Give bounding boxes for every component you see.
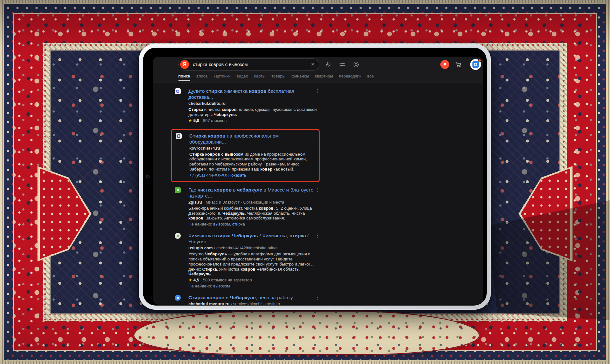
front-camera [146, 175, 150, 179]
tab-maps[interactable]: карты [254, 74, 265, 81]
favicon-kovrochist-icon [176, 133, 182, 139]
result-title-link[interactable]: Стирка ковров на профессиональном оборуд… [189, 133, 315, 145]
search-query-text[interactable]: стирка ковров с вывозом [193, 62, 311, 67]
clear-search-icon[interactable]: ✕ [311, 62, 315, 67]
favicon-2gis-icon [175, 187, 181, 193]
app-header: Я стирка ковров с вывозом ✕ [153, 57, 483, 83]
result-menu-icon[interactable]: ⋮ [315, 187, 320, 192]
search-results: ⋮ Дулито стирка химчистка ковров бесплат… [175, 83, 320, 305]
cart-icon[interactable] [455, 61, 462, 68]
search-result-dulito: ⋮ Дулито стирка химчистка ковров бесплат… [175, 88, 320, 123]
result-menu-icon[interactable]: ⋮ [310, 133, 315, 138]
favicon-dulito-icon [175, 88, 181, 94]
not-found-line: Не найдено: вывозом, стирка [188, 222, 320, 227]
profile-avatar[interactable]: D [470, 59, 481, 70]
result-snippet: Услугио Чебаркуль — удобная платформа дл… [188, 252, 320, 277]
profile-logo: D [472, 61, 479, 68]
favicon-uslugio-icon [175, 233, 181, 239]
tab-images[interactable]: картинки [214, 74, 231, 81]
result-breadcrumb[interactable]: 2gis.ru › Миасс и Златоуст › Организации… [188, 200, 320, 205]
avatar-notification-dot [478, 59, 481, 62]
search-input[interactable]: Я стирка ковров с вывозом ✕ [178, 58, 319, 71]
result-url[interactable]: kovrochist74.ru [189, 146, 315, 151]
tab-all[interactable]: все [367, 74, 374, 81]
yandex-logo-icon[interactable]: Я [180, 60, 189, 69]
search-result-2gis: ⋮ Где чистка ковров в чебаркуле в Миассе… [175, 187, 320, 227]
carpet-medallion-left [37, 166, 92, 261]
result-snippet: Банно-прачечный комбинат. Чистка ковров.… [188, 206, 320, 221]
tablet-device: Я стирка ковров с вывозом ✕ [139, 44, 491, 310]
notifications-bell-icon[interactable] [440, 60, 449, 69]
search-tabs: поиск алиса картинки видео карты товары … [178, 74, 374, 81]
carpet-medallion-right [518, 166, 573, 261]
result-title-link[interactable]: Дулито стирка химчистка ковров бесплатна… [188, 88, 320, 100]
tab-goods[interactable]: товары [272, 74, 286, 81]
tab-video[interactable]: видео [237, 74, 248, 81]
tablet-bezel: Я стирка ковров с вывозом ✕ [143, 48, 487, 306]
result-breadcrumb[interactable]: uslugio.com › chebarkul/41/42/himchistka… [188, 246, 320, 251]
tab-translate[interactable]: переводчик [339, 74, 361, 81]
result-title-link[interactable]: Химчистка стирка Чебаркуль / Химчистка, … [188, 233, 320, 245]
scene: Я стирка ковров с вывозом ✕ [0, 0, 610, 364]
result-url[interactable]: chebarkul.dulito.ru [188, 101, 320, 106]
result-menu-icon[interactable]: ⋮ [315, 89, 320, 94]
yandex-search-app: Я стирка ковров с вывозом ✕ [153, 57, 483, 305]
result-snippet: Стирка и чистка ковров, пледов, одежды, … [188, 107, 320, 117]
result-title-link[interactable]: Где чистка ковров в чебаркуле в Миассе и… [188, 187, 320, 199]
search-result-myguru: ⋮ Стирка ковров в Чебаркуле, цена за раб… [175, 294, 320, 305]
microphone-icon[interactable] [325, 61, 332, 68]
star-icon: ★ [188, 118, 192, 123]
result-snippet: Стирка ковров с вывозом из дома на профе… [189, 152, 315, 172]
tab-alice[interactable]: алиса [196, 74, 208, 81]
star-icon: ★ [188, 278, 192, 282]
search-result-kovrochist: ⋮ Стирка ковров на профессиональном обор… [176, 133, 315, 178]
image-search-icon[interactable] [353, 61, 360, 68]
result-breadcrumb[interactable]: chebarkul.myguru.ru › services/himchistk… [188, 301, 320, 305]
tab-realty[interactable]: квартиры [315, 74, 333, 81]
highlight-box: ⋮ Стирка ковров на профессиональном обор… [171, 129, 320, 182]
carpet-medallion-bottom [133, 311, 480, 355]
phone-show-link[interactable]: +7 (951) 444-XX-XX Показать [189, 173, 315, 178]
result-rating: ★4,5· 580 отзывов на агрегатор [188, 278, 320, 283]
tab-search[interactable]: поиск [178, 74, 190, 81]
not-found-line: Не найдено: вывозом [188, 284, 320, 289]
result-menu-icon[interactable]: ⋮ [315, 233, 320, 238]
result-title-link[interactable]: Стирка ковров в Чебаркуле, цена за работ… [188, 294, 320, 300]
search-result-uslugio: ⋮ Химчистка стирка Чебаркуль / Химчистка… [175, 233, 320, 289]
result-menu-icon[interactable]: ⋮ [315, 295, 320, 300]
filters-icon[interactable] [339, 61, 346, 68]
favicon-myguru-icon [175, 295, 181, 301]
tab-finance[interactable]: финансы [291, 74, 309, 81]
result-rating: ★5,0· 897 отзывов [188, 118, 320, 123]
